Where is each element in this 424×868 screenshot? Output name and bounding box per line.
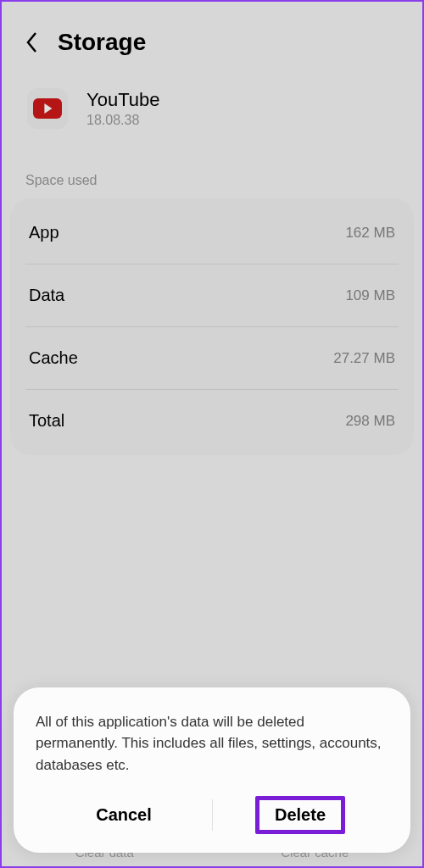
cancel-button[interactable]: Cancel	[36, 797, 212, 833]
dialog-buttons: Cancel Delete	[36, 796, 388, 834]
confirm-dialog: All of this application's data will be d…	[14, 687, 410, 854]
dialog-message: All of this application's data will be d…	[36, 711, 388, 776]
delete-button[interactable]: Delete	[275, 805, 326, 825]
